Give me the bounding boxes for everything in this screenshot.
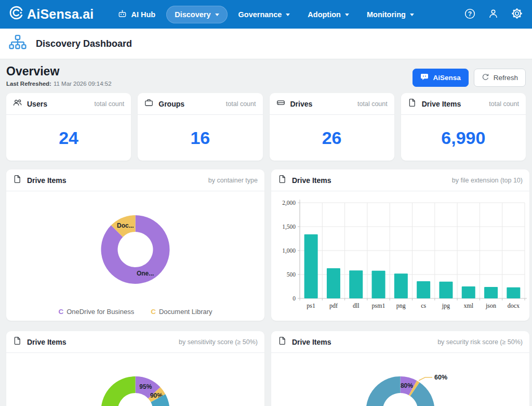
nav-item-adoption[interactable]: Adoption (301, 6, 356, 23)
nav-item-label: Monitoring (367, 10, 406, 19)
file-icon (278, 175, 287, 186)
nav-item-governance[interactable]: Governance (232, 6, 297, 23)
user-icon (488, 8, 499, 21)
brand[interactable]: AiSensa.ai (9, 6, 94, 23)
x-tick-label: psm1 (372, 302, 385, 309)
help-button[interactable]: ? (464, 8, 475, 21)
y-tick-label: 1,500 (282, 224, 296, 230)
chevron-down-icon (286, 14, 290, 16)
x-tick-label: json (485, 302, 496, 309)
callout-label: 60% (434, 374, 447, 381)
nav-item-discovery[interactable]: Discovery (166, 6, 227, 23)
chevron-down-icon (345, 14, 349, 16)
nav-item-ai-hub[interactable]: AI Hub (111, 5, 162, 24)
donut-slice[interactable] (101, 376, 136, 406)
card-header: Users total count (6, 93, 131, 115)
legend-label: Document Library (159, 308, 212, 316)
x-tick-label: docx (508, 302, 520, 309)
nav-item-label: Adoption (308, 10, 341, 19)
slice-label: One... (137, 270, 154, 277)
settings-button[interactable] (511, 8, 523, 21)
stat-card-users: Users total count 24 (6, 93, 131, 161)
page-title-bar: Discovery Dashboard (0, 29, 532, 59)
card-title: Drives (290, 100, 313, 108)
chart-card-file-extension: Drive Items by file extension (top 10) 0… (271, 169, 529, 321)
y-tick-label: 500 (287, 271, 296, 278)
robot-icon (118, 9, 127, 20)
card-title: Drive Items (292, 176, 331, 185)
file-extension-chart: 05001,0001,5002,000ps1pdfdllpsm1pngcsjpg… (271, 191, 529, 321)
card-header: Drive Items by sensitivity score (≥ 50%) (6, 331, 264, 353)
chart-card-security-risk: Drive Items by security risk score (≥ 50… (271, 331, 529, 406)
x-tick-label: ps1 (307, 302, 315, 309)
bar[interactable] (439, 282, 453, 298)
donut-slice[interactable] (366, 376, 435, 406)
card-subtitle: by security risk score (≥ 50%) (437, 338, 523, 346)
card-subtitle: total count (226, 100, 256, 108)
card-subtitle: total count (489, 100, 519, 108)
nav-item-label: AI Hub (131, 10, 155, 19)
last-refreshed-label: Last Refreshed: (6, 81, 51, 87)
hdd-icon (276, 98, 285, 109)
svg-text:?: ? (468, 10, 472, 17)
card-header: Groups total count (138, 93, 262, 115)
user-button[interactable] (488, 8, 499, 21)
file-icon (13, 336, 22, 347)
refresh-button[interactable]: Refresh (474, 69, 526, 87)
stat-card-groups: Groups total count 16 (138, 93, 262, 161)
brand-logo-icon (9, 6, 23, 23)
card-header: Drive Items by container type (6, 169, 264, 191)
legend-item-onedrive[interactable]: C OneDrive for Business (58, 308, 134, 316)
card-subtitle: total count (95, 100, 125, 108)
card-title: Drive Items (27, 176, 66, 185)
stat-value: 6,990 (401, 115, 526, 161)
bar[interactable] (417, 281, 430, 298)
main-content: Overview Last Refreshed:11 Mar 2026 09:1… (0, 59, 532, 406)
nav-item-label: Discovery (175, 10, 210, 19)
y-tick-label: 0 (292, 295, 296, 302)
navbar: AiSensa.ai AI Hub Discovery Governance (0, 0, 532, 29)
bar[interactable] (372, 271, 385, 298)
bar[interactable] (484, 287, 498, 298)
x-tick-label: png (396, 302, 406, 309)
nav-item-monitoring[interactable]: Monitoring (360, 6, 421, 23)
x-tick-label: jpg (442, 302, 450, 309)
slice-label: 80% (401, 382, 413, 389)
nav-menu: AI Hub Discovery Governance Adoption Mon… (111, 5, 420, 24)
y-tick-label: 1,000 (282, 247, 296, 254)
file-icon (13, 175, 22, 186)
chart-grid: Drive Items by container type One...Doc.… (6, 169, 526, 406)
card-title: Drive Items (292, 338, 331, 346)
card-title: Users (27, 100, 47, 108)
section-title: Overview (6, 64, 112, 78)
security-risk-donut: 80%60% (271, 353, 529, 406)
card-title: Drive Items (27, 338, 66, 346)
security-risk-chart: 80%60% (271, 353, 529, 406)
x-tick-label: dll (353, 302, 360, 309)
card-header: Drive Items by file extension (top 10) (271, 169, 529, 191)
bar[interactable] (349, 270, 363, 298)
stat-value: 16 (138, 115, 262, 161)
file-icon (278, 336, 287, 347)
aisensa-button[interactable]: AiSensa (413, 69, 468, 87)
bar[interactable] (462, 286, 475, 298)
callout-line (419, 377, 432, 381)
last-refreshed-value: 11 Mar 2026 09:14:52 (54, 81, 112, 87)
bar[interactable] (394, 273, 408, 298)
chevron-down-icon (215, 14, 219, 16)
bar[interactable] (304, 234, 318, 298)
legend-label: OneDrive for Business (66, 308, 134, 316)
x-tick-label: pdf (329, 302, 338, 309)
bar[interactable] (507, 287, 520, 298)
slice-label: Doc... (117, 222, 134, 229)
chart-card-sensitivity: Drive Items by sensitivity score (≥ 50%)… (6, 331, 264, 406)
sensitivity-chart: 95%90% (6, 353, 264, 406)
stat-card-drives: Drives total count 26 (270, 93, 394, 161)
legend-item-document-library[interactable]: C Document Library (151, 308, 212, 316)
overview-actions: AiSensa Refresh (413, 69, 526, 87)
chart-card-container-type: Drive Items by container type One...Doc.… (6, 169, 264, 321)
y-tick-label: 2,000 (282, 200, 296, 206)
bar[interactable] (327, 268, 340, 298)
nav-right-icons: ? (464, 8, 523, 21)
x-tick-label: cs (421, 302, 426, 309)
